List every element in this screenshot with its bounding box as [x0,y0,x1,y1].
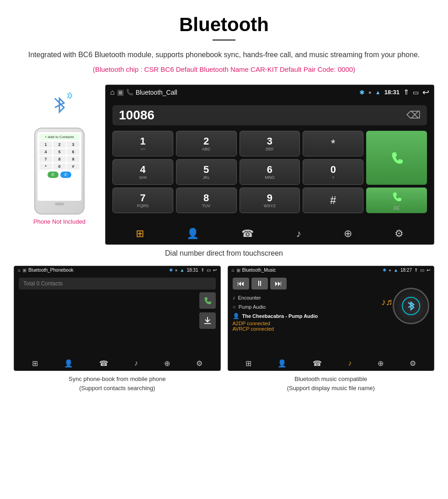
key-8[interactable]: 8TUV [176,188,237,213]
music-screen: ⌂ ▣ Bluetooth_Music ✱ ● ▲ 18:27 ⇑ ▭ ↩ ⏮ … [228,266,435,371]
music-notes-decoration: ♪♬ [381,297,393,307]
track1-name: Encounter [238,295,261,300]
phone-side: + Add to Contacts 1 2 3 4 5 6 7 8 9 * 0 … [14,85,105,225]
page-description: Integrated with BC6 Bluetooth module, su… [9,49,439,61]
main-content-area: + Add to Contacts 1 2 3 4 5 6 7 8 9 * 0 … [0,85,448,245]
ms-bt-icon: ✱ [383,268,386,273]
ms-toolbar-dialpad[interactable]: ⊞ [245,359,251,368]
pb-dot: ● [175,268,178,273]
phone-key-8: 8 [53,156,66,162]
phonebook-search-box[interactable]: Total 0 Contacts [19,278,216,290]
pb-window[interactable]: ▭ [207,268,211,273]
dialer-number[interactable]: 10086 [119,108,406,123]
avrcp-status: AVRCP connected [233,326,430,332]
redial-label: RE [390,206,403,211]
bluetooth-specs: (Bluetooth chip : CSR BC6 Default Blueto… [9,65,439,73]
ms-toolbar-contacts[interactable]: 👤 [277,359,287,368]
expand-icon[interactable]: ⇑ [403,88,409,97]
toolbar-contacts-icon[interactable]: 👤 [187,228,199,240]
phone-key-2: 2 [53,141,66,148]
phone-home-button [55,203,64,205]
page-title: Bluetooth [9,14,439,36]
ms-sep: ▣ [236,268,240,273]
key-4[interactable]: 4GHI [112,159,173,185]
call-button[interactable] [366,131,427,185]
phone-key-hash: # [67,163,80,170]
key-5[interactable]: 5JKL [176,159,237,185]
pb-toolbar-contacts[interactable]: 👤 [64,359,73,368]
ms-window[interactable]: ▭ [420,268,424,273]
window-icon[interactable]: ▭ [413,89,419,96]
pb-home-icon[interactable]: ⌂ [18,268,21,273]
main-caption: Dial number direct from touchscreen [0,249,448,258]
toolbar-music-icon[interactable]: ♪ [296,228,301,240]
pb-statusbar-right: ✱ ● ▲ 18:31 ⇑ ▭ ↩ [169,268,217,273]
key-hash[interactable]: # [303,188,363,213]
pb-time: 18:31 [187,268,198,273]
ms-home-icon[interactable]: ⌂ [232,268,235,273]
phone-call-button: ✆ [48,172,59,178]
svg-rect-0 [204,323,211,324]
phone-screen: + Add to Contacts 1 2 3 4 5 6 7 8 9 * 0 … [37,132,81,201]
page-header: Bluetooth Integrated with BC6 Bluetooth … [0,0,448,85]
phone-key-1: 1 [39,141,52,148]
phone-key-0: 0 [53,163,66,170]
key-2[interactable]: 2ABC [176,131,237,156]
music-statusbar: ⌂ ▣ Bluetooth_Music ✱ ● ▲ 18:27 ⇑ ▭ ↩ [228,266,434,274]
statusbar-screen-title: Bluetooth_Call [136,89,177,96]
ms-toolbar-call[interactable]: ☎ [313,359,322,368]
ms-screen-title: Bluetooth_Music [242,268,276,273]
ms-toolbar-link[interactable]: ⊕ [378,359,384,368]
backspace-button[interactable]: ⌫ [406,109,421,121]
phonebook-download-button[interactable] [199,312,216,329]
bottom-screens: ⌂ ▣ Bluetooth_Phonebook ✱ ● ▲ 18:31 ⇑ ▭ … [0,266,448,392]
back-icon[interactable]: ↩ [422,87,429,97]
phone-bottom-buttons: ✆ ✆ [48,172,71,178]
toolbar-settings-icon[interactable]: ⚙ [395,228,404,240]
phonebook-statusbar: ⌂ ▣ Bluetooth_Phonebook ✱ ● ▲ 18:31 ⇑ ▭ … [14,266,220,274]
pb-back[interactable]: ↩ [213,268,217,273]
pb-toolbar-settings[interactable]: ⚙ [196,359,203,368]
pb-toolbar-call[interactable]: ☎ [99,359,108,368]
phonebook-call-button[interactable] [199,292,216,309]
key-3[interactable]: 3DEF [240,131,300,156]
toolbar-link-icon[interactable]: ⊕ [344,228,352,240]
toolbar-dialpad-icon[interactable]: ⊞ [136,228,144,240]
key-1[interactable]: 1○○ [112,131,173,156]
pb-toolbar-music[interactable]: ♪ [134,359,138,368]
phone-not-included-label: Phone Not Included [33,218,85,225]
music-prev-button[interactable]: ⏮ [233,278,249,290]
key-9[interactable]: 9WXYZ [240,188,300,213]
key-star[interactable]: * [303,131,363,156]
music-play-button[interactable]: ⏸ [251,278,268,290]
bluetooth-vinyl [393,288,429,324]
ms-expand[interactable]: ⇑ [414,268,418,273]
title-divider [213,39,235,41]
vinyl-disc [393,288,429,324]
phonebook-body: Total 0 Contacts [14,274,220,356]
track2-icon: ○ [233,304,236,310]
dialer-input-row: 10086 ⌫ [112,105,427,125]
phonebook-caption-line2: (Support contacts searching) [79,385,155,392]
key-6[interactable]: 6MNO [240,159,300,185]
toolbar-call-icon[interactable]: ☎ [241,228,254,240]
ms-toolbar-music[interactable]: ♪ [348,359,352,368]
phonebook-caption-line1: Sync phone-book from mobile phone [69,376,165,382]
call-icon-status: 📞 [126,89,133,96]
keypad-grid: 1○○ 2ABC 3DEF * 4GHI 5JKL 6MNO 0+ 7PQRS … [112,131,427,214]
key-0[interactable]: 0+ [303,159,363,185]
ms-back[interactable]: ↩ [427,268,430,273]
pb-sep: ▣ [22,268,27,273]
phone-end-button: ✆ [60,172,71,178]
music-next-button[interactable]: ⏭ [270,278,287,290]
pb-toolbar-dialpad[interactable]: ⊞ [32,359,38,368]
redial-button[interactable]: RE [366,188,427,213]
key-7[interactable]: 7PQRS [112,188,173,213]
pb-toolbar-link[interactable]: ⊕ [164,359,170,368]
home-icon[interactable]: ⌂ [110,88,115,97]
ms-time: 18:27 [400,268,412,273]
pb-signal: ▲ [180,268,185,273]
pb-expand[interactable]: ⇑ [201,268,204,273]
ms-toolbar-settings[interactable]: ⚙ [410,359,416,368]
call-screen-statusbar: ⌂ ▣ 📞 Bluetooth_Call ✱ ● ▲ 18:31 ⇑ ▭ ↩ [106,85,434,100]
